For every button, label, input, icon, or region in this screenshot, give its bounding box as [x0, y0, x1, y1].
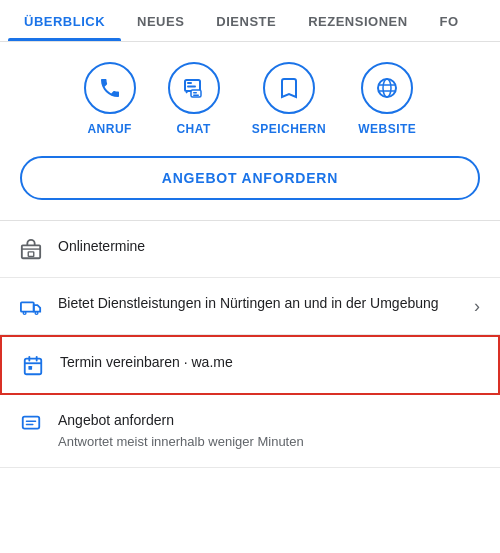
phone-icon — [98, 76, 122, 100]
nav-item-uberblick[interactable]: ÜBERBLICK — [8, 0, 121, 41]
arrow-icon: › — [474, 296, 480, 317]
svg-point-6 — [378, 79, 396, 97]
message-icon — [20, 413, 42, 435]
dienstleistungen-title: Bietet Dienstleistungen in Nürtingen an … — [58, 294, 458, 314]
bookmark-icon — [277, 76, 301, 100]
list-item-termin[interactable]: Termin vereinbaren · wa.me — [0, 335, 500, 395]
angebot-btn-wrap: ANGEBOT ANFORDERN — [0, 152, 500, 220]
svg-rect-2 — [187, 86, 196, 88]
svg-rect-13 — [21, 302, 34, 311]
angebot-subtitle: Antwortet meist innerhalb weniger Minute… — [58, 433, 480, 451]
action-anruf[interactable]: ANRUF — [84, 62, 136, 136]
action-chat[interactable]: CHAT — [168, 62, 220, 136]
anruf-label: ANRUF — [87, 122, 132, 136]
chat-icon-circle — [168, 62, 220, 114]
website-label: WEBSITE — [358, 122, 416, 136]
globe-icon — [375, 76, 399, 100]
svg-rect-4 — [193, 92, 197, 94]
svg-rect-21 — [23, 417, 40, 429]
termin-title: Termin vereinbaren · wa.me — [60, 353, 478, 373]
actions-row: ANRUF CHAT SPEICHERN — [0, 42, 500, 152]
store-icon — [20, 239, 42, 261]
globe-icon-circle — [361, 62, 413, 114]
action-website[interactable]: WEBSITE — [358, 62, 416, 136]
onlinetermine-title: Onlinetermine — [58, 237, 480, 257]
chat-icon — [182, 76, 206, 100]
angebot-text: Angebot anfordern Antwortet meist innerh… — [58, 411, 480, 451]
svg-point-7 — [383, 79, 391, 97]
nav-item-fo[interactable]: FO — [424, 0, 475, 41]
svg-point-14 — [23, 312, 26, 315]
list-item-angebot[interactable]: Angebot anfordern Antwortet meist innerh… — [0, 395, 500, 468]
onlinetermine-text: Onlinetermine — [58, 237, 480, 257]
svg-rect-12 — [28, 252, 34, 257]
truck-icon — [20, 296, 42, 318]
svg-rect-1 — [187, 82, 192, 84]
svg-rect-20 — [28, 366, 32, 370]
bookmark-icon-circle — [263, 62, 315, 114]
svg-point-15 — [35, 312, 38, 315]
svg-rect-16 — [25, 359, 42, 375]
nav-item-neues[interactable]: NEUES — [121, 0, 200, 41]
phone-icon-circle — [84, 62, 136, 114]
termin-text: Termin vereinbaren · wa.me — [60, 353, 478, 373]
calendar-icon — [22, 355, 44, 377]
angebot-title: Angebot anfordern — [58, 411, 480, 431]
chat-label: CHAT — [176, 122, 210, 136]
speichern-label: SPEICHERN — [252, 122, 327, 136]
angebot-anfordern-button[interactable]: ANGEBOT ANFORDERN — [20, 156, 480, 200]
list-item-dienstleistungen[interactable]: Bietet Dienstleistungen in Nürtingen an … — [0, 278, 500, 335]
dienstleistungen-text: Bietet Dienstleistungen in Nürtingen an … — [58, 294, 458, 314]
nav-item-dienste[interactable]: DIENSTE — [200, 0, 292, 41]
list-item-onlinetermine[interactable]: Onlinetermine — [0, 221, 500, 278]
nav-item-rezensionen[interactable]: REZENSIONEN — [292, 0, 423, 41]
svg-rect-5 — [193, 95, 199, 97]
top-nav: ÜBERBLICK NEUES DIENSTE REZENSIONEN FO — [0, 0, 500, 42]
action-speichern[interactable]: SPEICHERN — [252, 62, 327, 136]
